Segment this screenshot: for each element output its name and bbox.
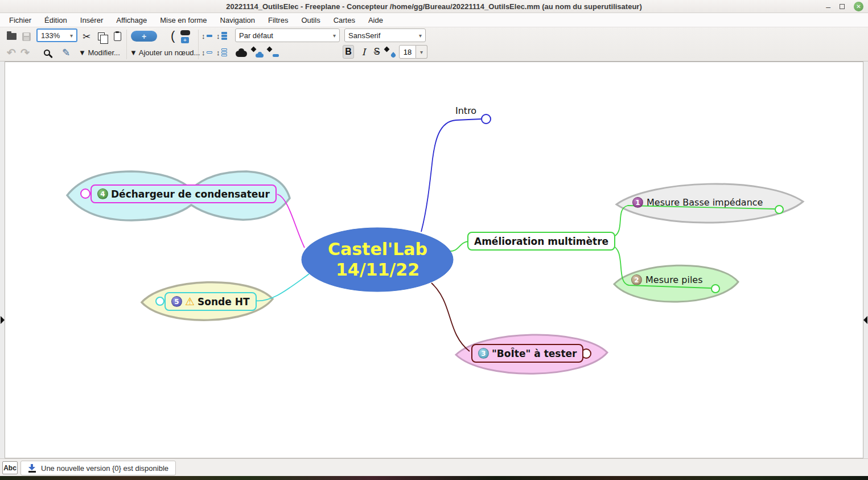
- copy-icon: [98, 32, 105, 40]
- freeplane-window: 20221114_OutilsElec - Freeplane - Concep…: [0, 0, 868, 480]
- maximize-button[interactable]: [840, 4, 845, 9]
- fold-circle-mesure-piles[interactable]: [711, 285, 719, 293]
- style-select[interactable]: Par défaut▾: [235, 28, 340, 42]
- cloud-toggle-button[interactable]: [235, 47, 248, 60]
- cloud-icon: [236, 51, 247, 57]
- left-panel-handle[interactable]: [1, 316, 5, 324]
- increase-child-spacing-button[interactable]: ↕: [216, 47, 229, 58]
- find-button[interactable]: [40, 46, 54, 59]
- plus-badge-icon: +: [181, 37, 189, 43]
- edit-style-button[interactable]: ✎: [59, 46, 73, 59]
- copy-button[interactable]: [94, 30, 108, 43]
- cut-button[interactable]: ✂: [80, 30, 93, 43]
- menu-fichier[interactable]: Fichier: [5, 14, 36, 26]
- badge-3-icon: 3: [478, 348, 489, 359]
- menu-inserer[interactable]: Insérer: [76, 14, 108, 26]
- badge-4-icon: 4: [97, 188, 108, 199]
- chevron-down-icon: ▾: [419, 32, 422, 39]
- edge-intro: [421, 119, 481, 232]
- font-value: SansSerif: [348, 31, 380, 40]
- updown-arrow-icon: ↕: [216, 32, 220, 40]
- desktop-background-strip: [0, 476, 868, 480]
- main-toolbar: 133%▾ ✂ + ( + ↕ ↕ Par défaut▾ SansSerif▾…: [0, 27, 868, 61]
- node-amelioration[interactable]: Amélioration multimètre: [467, 232, 615, 251]
- window-title: 20221114_OutilsElec - Freeplane - Concep…: [226, 2, 641, 11]
- title-bar: 20221114_OutilsElec - Freeplane - Concep…: [0, 0, 868, 13]
- scissors-icon: ✂: [83, 31, 90, 43]
- chevron-down-icon: ▾: [333, 32, 336, 39]
- menu-outils[interactable]: Outils: [297, 14, 324, 26]
- menu-navigation[interactable]: Navigation: [216, 14, 260, 26]
- menu-filtres[interactable]: Filtres: [264, 14, 293, 26]
- node-intro[interactable]: Intro: [455, 105, 476, 116]
- root-line1: Castel'Lab: [328, 239, 427, 260]
- node-boite[interactable]: 3 "BoÎte" à tester: [471, 344, 583, 363]
- root-node-label[interactable]: Castel'Lab 14/11/22: [302, 229, 453, 290]
- modify-menu-button[interactable]: ▼ Modifier...: [79, 48, 120, 57]
- paren-glyph: (: [171, 28, 175, 43]
- redo-button[interactable]: ↷: [18, 46, 32, 59]
- save-icon: [22, 32, 31, 41]
- menu-cartes[interactable]: Cartes: [329, 14, 360, 26]
- badge-1-icon: 1: [632, 197, 643, 208]
- fold-circle-mesure-basse[interactable]: [775, 206, 783, 214]
- menu-bar: Fichier Édition Insérer Affichage Mise e…: [0, 13, 868, 27]
- open-file-button[interactable]: [5, 30, 18, 43]
- new-child-node-button[interactable]: ( +: [171, 30, 191, 43]
- toolbar-separator: [126, 30, 127, 59]
- fold-circle-sonde[interactable]: [156, 297, 164, 305]
- node-sonde[interactable]: 5 ⚠ Sonde HT: [164, 292, 257, 311]
- save-button[interactable]: [19, 30, 33, 43]
- node-sonde-label: Sonde HT: [198, 296, 249, 307]
- download-icon: [28, 464, 36, 473]
- strikethrough-button[interactable]: S: [371, 45, 382, 59]
- font-size-value: 18: [399, 45, 416, 59]
- menu-aide[interactable]: Aide: [364, 14, 388, 26]
- node-mesure-piles-label: Mesure piles: [645, 274, 703, 285]
- badge-5-icon: 5: [171, 296, 182, 307]
- decrease-node-spacing-button[interactable]: ↕: [201, 30, 214, 42]
- node-boite-label: "BoÎte" à tester: [492, 348, 577, 359]
- zoom-value: 133%: [41, 31, 60, 40]
- close-button[interactable]: ✕: [854, 2, 863, 11]
- fold-circle-dechargeur[interactable]: [81, 189, 90, 198]
- node-mesure-basse[interactable]: 1 Mesure Basse impédance: [632, 197, 763, 208]
- update-notification[interactable]: Une nouvelle version {0} est disponible: [20, 461, 176, 475]
- map-canvas[interactable]: Castel'Lab 14/11/22 Intro Amélioration m…: [5, 61, 863, 458]
- decrease-child-spacing-button[interactable]: ↕: [201, 47, 214, 58]
- increase-node-spacing-button[interactable]: ↕: [216, 30, 229, 42]
- node-dechargeur-label: Déchargeur de condensateur: [111, 188, 270, 200]
- italic-button[interactable]: I: [358, 45, 369, 59]
- zoom-select[interactable]: 133%▾: [36, 28, 77, 42]
- menu-mise-en-forme[interactable]: Mise en forme: [155, 14, 211, 26]
- menu-affichage[interactable]: Affichage: [112, 14, 151, 26]
- bold-button[interactable]: B: [343, 45, 354, 59]
- right-panel-handle[interactable]: [863, 316, 867, 324]
- add-node-menu-button[interactable]: ▼ Ajouter un nœud...: [130, 48, 200, 57]
- font-color-button[interactable]: [384, 46, 397, 59]
- node-bar-icon: [180, 30, 190, 35]
- spellcheck-button[interactable]: Abc: [2, 461, 18, 474]
- undo-button[interactable]: ↶: [5, 46, 18, 59]
- paste-icon: [114, 32, 121, 41]
- menu-edition[interactable]: Édition: [40, 14, 72, 26]
- font-family-select[interactable]: SansSerif▾: [344, 28, 426, 42]
- font-size-select[interactable]: 18 ▾: [399, 45, 427, 59]
- edge-color-icon: [267, 47, 279, 58]
- updown-arrow-icon: ↕: [216, 48, 220, 57]
- minimize-button[interactable]: –: [826, 4, 830, 10]
- edge-color-button[interactable]: [266, 46, 280, 59]
- paste-button[interactable]: [110, 30, 124, 43]
- cloud-color-icon: [251, 47, 264, 58]
- pen-icon: ✎: [62, 47, 70, 59]
- fold-circle-intro[interactable]: [482, 114, 491, 124]
- font-color-icon: [384, 47, 397, 58]
- chevron-down-icon: ▾: [416, 45, 427, 59]
- chevron-down-icon: ▾: [70, 32, 73, 39]
- cloud-color-button[interactable]: [250, 46, 264, 59]
- node-dechargeur[interactable]: 4 Déchargeur de condensateur: [90, 184, 277, 203]
- node-mesure-piles[interactable]: 2 Mesure piles: [631, 274, 703, 285]
- redo-icon: ↷: [20, 46, 30, 59]
- node-amelioration-label: Amélioration multimètre: [474, 236, 608, 247]
- new-node-button[interactable]: +: [131, 31, 157, 42]
